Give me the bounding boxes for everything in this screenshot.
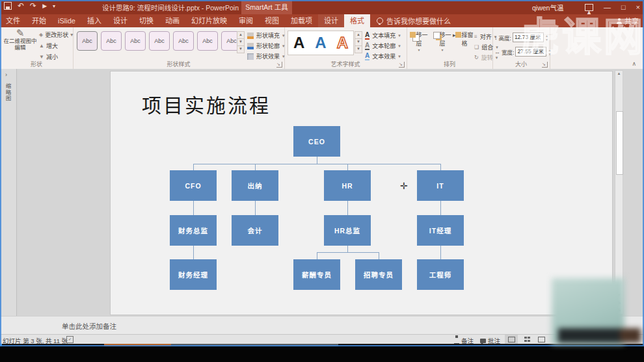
send-backward-button[interactable]: 下移一层▾: [431, 31, 453, 52]
gallery-more-icon[interactable]: ▼: [355, 46, 362, 53]
ribbon-tab-4[interactable]: 设计: [107, 14, 133, 27]
reading-view-button[interactable]: [535, 335, 548, 344]
collapse-ribbon-icon[interactable]: ∧: [632, 60, 636, 67]
tell-me-box[interactable]: 告诉我你想要做什么: [370, 14, 451, 27]
org-connector: [255, 201, 256, 215]
wordart-gallery[interactable]: A A A: [288, 31, 354, 55]
notes-placeholder[interactable]: 单击此处添加备注: [62, 321, 116, 331]
gallery-scroll[interactable]: ▲ ▼ ▼: [237, 31, 245, 53]
shape-icon: ◈: [39, 32, 43, 38]
dialog-launcher-icon[interactable]: ↘: [542, 62, 548, 68]
org-connector: [255, 164, 256, 170]
ribbon-tab-2[interactable]: iSlide: [52, 14, 81, 27]
org-chart-node[interactable]: 招聘专员: [355, 259, 402, 290]
org-chart-node[interactable]: 工程师: [417, 259, 464, 290]
height-input[interactable]: 12.73 厘米: [513, 32, 544, 42]
shape-style-chip-4[interactable]: Abc: [173, 31, 194, 51]
org-chart-node[interactable]: IT经理: [417, 215, 464, 246]
org-chart-node[interactable]: IT: [417, 170, 464, 201]
text-outline-button[interactable]: A文本轮廓▾: [365, 42, 401, 50]
share-button[interactable]: 共享: [616, 14, 639, 27]
org-connector: [317, 252, 379, 253]
expand-pane-icon[interactable]: ›: [5, 71, 7, 78]
shape-outline-button[interactable]: 形状轮廓▾: [247, 42, 285, 50]
org-chart-node[interactable]: CFO: [170, 170, 217, 201]
org-chart-node[interactable]: CEO: [293, 126, 340, 157]
close-button[interactable]: ×: [636, 0, 640, 14]
dialog-launcher-icon[interactable]: ↘: [276, 62, 282, 68]
maximize-button[interactable]: □: [621, 0, 626, 14]
gallery-up-icon[interactable]: ▲: [237, 31, 245, 39]
org-chart-node[interactable]: 财务总监: [170, 215, 217, 246]
shape-style-chip-5[interactable]: Abc: [197, 31, 218, 51]
undo-icon[interactable]: ↶: [18, 2, 24, 10]
wordart-scroll[interactable]: ▲ ▼ ▼: [355, 31, 362, 53]
ribbon: ✎ 在二维视图中编辑 ◈更改形状▾ ▲增大 ▼减小 形状 AbcAbcAbcAb…: [0, 27, 644, 70]
selection-pane-button[interactable]: 选择窗格: [455, 31, 474, 47]
scrollbar-thumb[interactable]: [616, 111, 623, 175]
org-chart-node[interactable]: 财务经理: [170, 259, 217, 290]
redo-icon[interactable]: ↷: [30, 2, 36, 10]
ribbon-tab-6[interactable]: 动画: [159, 14, 185, 27]
accessibility-icon[interactable]: ✓: [66, 336, 74, 343]
height-stepper[interactable]: ▲▼: [545, 34, 548, 42]
contextual-tab-0[interactable]: 设计: [318, 14, 344, 27]
text-fill-button[interactable]: A文本填充▾: [365, 31, 401, 40]
save-icon[interactable]: [4, 2, 12, 10]
ribbon-tab-3[interactable]: 插入: [81, 14, 107, 27]
shape-style-chip-3[interactable]: Abc: [149, 31, 170, 51]
org-chart-node[interactable]: 出纳: [232, 170, 278, 201]
shape-group: ✎ 在二维视图中编辑 ◈更改形状▾ ▲增大 ▼减小 形状: [0, 27, 74, 69]
minimize-button[interactable]: —: [604, 0, 611, 14]
normal-view-button[interactable]: [505, 335, 518, 344]
effects-icon: [247, 53, 254, 60]
edit-in-2d-button[interactable]: ✎ 在二维视图中编辑: [3, 30, 38, 60]
org-connector: [440, 164, 441, 170]
ribbon-tab-9[interactable]: 视图: [259, 14, 285, 27]
thumbnail-pane-collapsed[interactable]: › 缩略图: [0, 69, 17, 316]
shape-fill-button[interactable]: 形状填充▾: [247, 31, 285, 40]
enlarge-icon: ▲: [39, 43, 44, 49]
reading-view-icon: [538, 337, 545, 343]
gallery-down-icon[interactable]: ▼: [237, 39, 245, 46]
slide-title[interactable]: 项目实施流程: [142, 90, 271, 118]
customize-qat-icon[interactable]: ▾: [53, 3, 55, 9]
ribbon-tab-10[interactable]: 加载项: [285, 14, 318, 27]
width-stepper[interactable]: ▲▼: [548, 48, 551, 56]
org-chart-node[interactable]: 会计: [232, 215, 278, 246]
org-chart-node[interactable]: HR: [324, 170, 371, 201]
ribbon-tab-8[interactable]: 审阅: [233, 14, 259, 27]
scroll-up-icon[interactable]: ▲: [615, 71, 623, 75]
org-chart-node[interactable]: 薪酬专员: [293, 259, 340, 290]
blurred-overlay-band: [558, 328, 641, 343]
mouse-cursor: ✛: [400, 181, 408, 191]
size-group: ↕ 高度: 12.73 厘米 ▲▼ ↔ 宽度: 27.55 厘米 ▲▼ 大小 ↘: [492, 27, 550, 69]
bring-forward-button[interactable]: 上移一层▾: [408, 31, 430, 52]
org-connector: [347, 201, 348, 215]
shape-style-chip-2[interactable]: Abc: [125, 31, 146, 51]
slide-canvas[interactable]: 项目实施流程 CEOCFO出纳HRIT财务总监会计HR总监IT经理财务经理薪酬专…: [111, 71, 612, 315]
pencil-icon: ✎: [3, 30, 38, 36]
slide-sorter-view-button[interactable]: [520, 335, 533, 344]
thumbnail-pane-label: 缩略图: [4, 83, 12, 102]
ribbon-tab-7[interactable]: 幻灯片放映: [185, 14, 233, 27]
start-slideshow-icon[interactable]: ▶: [42, 2, 47, 10]
ribbon-tab-0[interactable]: 文件: [0, 14, 26, 27]
org-chart-node[interactable]: HR总监: [324, 215, 371, 246]
ribbon-tab-5[interactable]: 切换: [133, 14, 159, 27]
enlarge-button[interactable]: ▲增大: [39, 42, 73, 50]
gallery-more-icon[interactable]: ▼: [237, 46, 245, 53]
shape-style-chip-1[interactable]: Abc: [101, 31, 122, 51]
account-name[interactable]: qiwen气温: [532, 3, 563, 12]
notes-pane[interactable]: 单击此处添加备注: [0, 316, 644, 335]
ribbon-tab-1[interactable]: 开始: [26, 14, 52, 27]
gallery-down-icon[interactable]: ▼: [355, 39, 362, 46]
contextual-tab-1[interactable]: 格式: [344, 14, 370, 27]
shape-style-chip-0[interactable]: Abc: [77, 31, 98, 51]
width-input[interactable]: 27.55 厘米: [515, 47, 546, 57]
ribbon-display-options-icon[interactable]: ▴: [585, 4, 593, 11]
dialog-launcher-icon[interactable]: ↘: [399, 62, 405, 68]
org-connector: [440, 201, 441, 215]
change-shape-button[interactable]: ◈更改形状▾: [39, 31, 73, 39]
gallery-up-icon[interactable]: ▲: [355, 31, 362, 39]
